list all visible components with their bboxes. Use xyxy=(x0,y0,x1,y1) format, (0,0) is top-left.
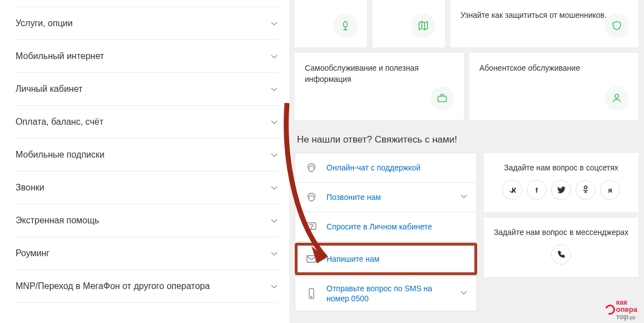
contact-link[interactable]: Отправьте вопрос по SMS на номер 0500 xyxy=(326,283,452,304)
top-cards-row: Узнайте как защититься от мошенников. xyxy=(295,0,638,47)
question-chat-icon xyxy=(304,219,319,234)
social-networks-card: Задайте нам вопрос в соцсетях f я xyxy=(484,153,638,212)
chevron-down-icon xyxy=(270,85,278,93)
messengers-card: Задайте нам вопрос в мессенджерах xyxy=(484,218,638,277)
svg-point-2 xyxy=(309,166,314,172)
card-text: Абонентское обслуживание xyxy=(479,63,628,74)
messengers-title: Задайте нам вопрос в мессенджерах xyxy=(492,228,631,237)
envelope-icon xyxy=(304,252,319,266)
accordion-label: Мобильные подписки xyxy=(16,150,105,160)
headset-icon xyxy=(304,160,319,175)
contact-item-sms[interactable]: Отправьте вопрос по SMS на номер 0500 xyxy=(295,276,477,311)
chevron-down-icon xyxy=(270,151,278,159)
second-cards-row: Самообслуживание и полезная информация А… xyxy=(295,53,638,120)
yandex-button[interactable]: я xyxy=(600,180,620,200)
contact-link[interactable]: Напишите нам xyxy=(326,254,379,264)
map-icon xyxy=(412,14,435,37)
accordion-item-subscriptions[interactable]: Мобильные подписки xyxy=(16,139,278,172)
card-fraud-protection[interactable]: Узнайте как защититься от мошенников. xyxy=(450,0,638,47)
chevron-down-icon xyxy=(460,192,468,202)
card-placeholder-1[interactable] xyxy=(295,0,367,47)
main-area: Узнайте как защититься от мошенников. Са… xyxy=(289,0,644,323)
svg-point-3 xyxy=(309,195,314,201)
accordion-item-mnp[interactable]: MNP/Переход в МегаФон от другого операто… xyxy=(16,270,278,303)
social-icons-row: f я xyxy=(492,180,631,200)
chevron-down-icon xyxy=(270,217,278,224)
chevron-down-icon xyxy=(270,52,278,60)
social-panel: Задайте нам вопрос в соцсетях f я Задайт… xyxy=(484,153,638,311)
contact-link[interactable]: Спросите в Личном кабинете xyxy=(326,222,432,232)
contact-link[interactable]: Онлайн-чат с поддержкой xyxy=(326,163,420,173)
social-title: Задайте нам вопрос в соцсетях xyxy=(492,163,631,172)
contact-item-call[interactable]: Позвоните нам xyxy=(295,182,477,212)
card-placeholder-2[interactable] xyxy=(373,0,445,47)
accordion-label: MNP/Переход в МегаФон от другого операто… xyxy=(16,281,210,291)
card-subscriber-service[interactable]: Абонентское обслуживание xyxy=(469,53,638,120)
chevron-down-icon xyxy=(460,288,468,298)
person-icon xyxy=(605,86,628,110)
twitter-button[interactable] xyxy=(551,180,571,200)
contact-heading: Не нашли ответ? Свяжитесь с нами! xyxy=(297,134,638,145)
viber-button[interactable] xyxy=(551,244,571,265)
contact-item-lk[interactable]: Спросите в Личном кабинете xyxy=(295,212,477,242)
contact-list: Онлайн-чат с поддержкой Позвоните нам Сп… xyxy=(295,153,477,311)
chevron-down-icon xyxy=(270,19,278,27)
headset-icon xyxy=(304,190,319,204)
sidebar: Услуги, опции Мобильный интернет Личный … xyxy=(0,0,289,323)
shield-icon xyxy=(605,14,628,37)
accordion-label: Услуги, опции xyxy=(16,18,73,28)
svg-rect-0 xyxy=(438,96,447,102)
accordion-item-payment[interactable]: Оплата, баланс, счёт xyxy=(16,106,278,139)
phone-device-icon xyxy=(304,286,319,301)
vk-button[interactable] xyxy=(502,180,522,200)
accordion-label: Оплата, баланс, счёт xyxy=(16,117,103,127)
accordion-item-calls[interactable]: Звонки xyxy=(16,172,278,204)
facebook-button[interactable]: f xyxy=(527,180,547,200)
accordion-label: Экстренная помощь xyxy=(16,216,99,226)
contact-item-write[interactable]: Напишите нам xyxy=(295,243,477,275)
card-text: Узнайте как защититься от мошенников. xyxy=(460,10,628,21)
svg-rect-6 xyxy=(307,256,316,262)
chevron-down-icon xyxy=(270,184,278,192)
accordion-label: Личный кабинет xyxy=(16,84,82,94)
watermark-logo: как опера тор.ру xyxy=(605,298,637,320)
accordion-label: Роуминг xyxy=(16,248,49,258)
accordion-label: Звонки xyxy=(16,183,44,193)
card-text: Самообслуживание и полезная информация xyxy=(305,63,454,85)
chevron-down-icon xyxy=(270,249,278,257)
accordion-item-services[interactable]: Услуги, опции xyxy=(16,7,278,40)
card-self-service[interactable]: Самообслуживание и полезная информация xyxy=(295,53,464,120)
accordion-item-lk[interactable]: Личный кабинет xyxy=(16,73,278,106)
accordion-item-roaming[interactable]: Роуминг xyxy=(16,237,278,270)
chevron-down-icon xyxy=(270,118,278,126)
accordion-item-internet[interactable]: Мобильный интернет xyxy=(16,40,278,73)
bottom-row: Онлайн-чат с поддержкой Позвоните нам Сп… xyxy=(295,153,638,311)
svg-point-1 xyxy=(615,94,619,98)
chevron-down-icon xyxy=(270,282,278,290)
messenger-icons-row xyxy=(492,244,631,265)
accordion-item-emergency[interactable]: Экстренная помощь xyxy=(16,204,278,237)
logo-circle-icon xyxy=(603,303,617,316)
tulip-icon xyxy=(334,14,357,37)
contact-item-chat[interactable]: Онлайн-чат с поддержкой xyxy=(295,153,477,183)
svg-point-5 xyxy=(311,228,311,228)
briefcase-icon xyxy=(430,86,454,110)
accordion-label: Мобильный интернет xyxy=(16,51,104,61)
contact-link[interactable]: Позвоните нам xyxy=(326,192,381,202)
odnoklassniki-button[interactable] xyxy=(576,180,596,200)
svg-point-8 xyxy=(311,296,312,297)
svg-point-9 xyxy=(584,186,587,189)
